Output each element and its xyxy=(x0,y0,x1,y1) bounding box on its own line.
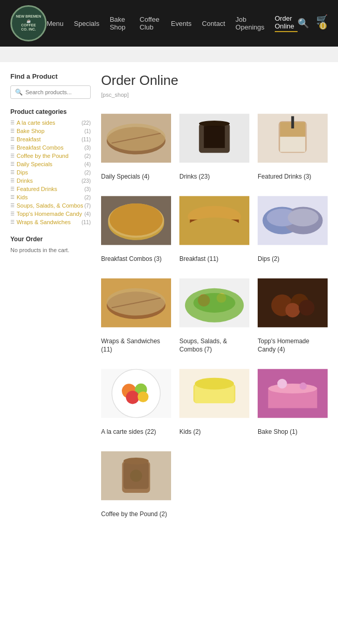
svg-point-54 xyxy=(300,383,307,390)
svg-point-2 xyxy=(107,124,165,151)
search-input[interactable] xyxy=(25,89,86,95)
category-link[interactable]: Breakfast Combos xyxy=(10,144,63,151)
category-link[interactable]: Wraps & Sandwiches xyxy=(10,219,71,225)
category-count: (3) xyxy=(84,186,91,192)
nav-events[interactable]: Events xyxy=(171,20,192,27)
product-item[interactable]: A la carte sides (22) xyxy=(101,362,171,436)
category-link[interactable]: A la carte sides xyxy=(10,120,55,126)
your-order-section: Your Order No products in the cart. xyxy=(10,236,91,253)
svg-point-16 xyxy=(109,203,163,236)
your-order-label: Your Order xyxy=(10,236,91,243)
svg-point-39 xyxy=(299,300,314,315)
cart-icon[interactable]: 🛒 0 xyxy=(316,14,328,33)
svg-point-28 xyxy=(107,288,165,315)
category-item: Kids(2) xyxy=(10,194,91,200)
product-label: Daily Specials (4) xyxy=(101,172,171,181)
category-item: Topp's Homemade Candy(4) xyxy=(10,211,91,217)
category-count: (23) xyxy=(81,178,91,184)
categories-section: Product categories A la carte sides(22)B… xyxy=(10,108,91,225)
category-link[interactable]: Kids xyxy=(10,194,27,200)
category-link[interactable]: Breakfast xyxy=(10,136,40,142)
svg-point-6 xyxy=(199,121,230,126)
nav-job-openings[interactable]: Job Openings xyxy=(235,16,264,31)
svg-point-38 xyxy=(286,303,300,317)
product-image xyxy=(258,107,328,169)
category-link[interactable]: Coffee by the Pound xyxy=(10,153,68,159)
nav-specials[interactable]: Specials xyxy=(74,20,100,27)
product-label: Kids (2) xyxy=(179,428,249,436)
product-item[interactable]: Bake Shop (1) xyxy=(258,362,328,436)
search-icon[interactable]: 🔍 xyxy=(298,18,309,29)
no-products-text: No products in the cart. xyxy=(10,247,91,253)
product-image xyxy=(258,189,328,252)
category-link[interactable]: Soups, Salads, & Combos xyxy=(10,202,83,209)
product-image xyxy=(179,362,249,425)
search-box[interactable]: 🔍 xyxy=(10,85,91,99)
logo-text: NEW BREMEN☕COFFEECO. INC. xyxy=(16,14,41,32)
product-label: Coffee by the Pound (2) xyxy=(101,510,171,519)
product-item[interactable]: Drinks (23) xyxy=(179,107,249,181)
category-item: A la carte sides(22) xyxy=(10,120,91,126)
product-item[interactable]: Dips (2) xyxy=(258,189,328,264)
product-image xyxy=(258,272,328,334)
category-item: Bake Shop(1) xyxy=(10,128,91,134)
category-link[interactable]: Dips xyxy=(10,169,28,175)
nav-coffee-club[interactable]: Coffee Club xyxy=(139,16,160,31)
nav-contact[interactable]: Contact xyxy=(202,20,226,27)
site-header: NEW BREMEN☕COFFEECO. INC. Menu Specials … xyxy=(0,0,338,47)
svg-point-58 xyxy=(123,458,149,464)
category-item: Featured Drinks(3) xyxy=(10,186,91,192)
search-icon: 🔍 xyxy=(15,89,23,96)
product-item[interactable]: Coffee by the Pound (2) xyxy=(101,445,171,519)
category-count: (2) xyxy=(84,153,91,159)
shortcode: [psc_shop] xyxy=(101,92,328,98)
category-link[interactable]: Featured Drinks xyxy=(10,186,57,192)
product-image xyxy=(179,189,249,252)
product-label: Bake Shop (1) xyxy=(258,428,328,436)
category-count: (11) xyxy=(81,137,91,142)
product-image xyxy=(101,189,171,252)
category-item: Dips(2) xyxy=(10,169,91,175)
product-item[interactable]: Wraps & Sandwiches (11) xyxy=(101,272,171,355)
product-label: A la carte sides (22) xyxy=(101,428,171,436)
svg-point-20 xyxy=(188,217,241,235)
site-logo[interactable]: NEW BREMEN☕COFFEECO. INC. xyxy=(10,5,47,41)
product-item[interactable]: Featured Drinks (3) xyxy=(258,107,328,181)
product-image xyxy=(101,107,171,169)
nav-order-online[interactable]: Order Online xyxy=(275,14,298,32)
svg-point-59 xyxy=(130,470,142,481)
product-item[interactable]: Breakfast (11) xyxy=(179,189,249,264)
nav-menu[interactable]: Menu xyxy=(47,20,64,27)
category-count: (2) xyxy=(84,170,91,175)
product-label: Wraps & Sandwiches (11) xyxy=(101,337,171,355)
category-item: Wraps & Sandwiches(11) xyxy=(10,219,91,225)
category-link[interactable]: Topp's Homemade Candy xyxy=(10,211,82,217)
category-count: (22) xyxy=(81,120,91,126)
main-layout: Find a Product 🔍 Product categories A la… xyxy=(0,62,338,529)
svg-rect-7 xyxy=(204,126,225,148)
product-item[interactable]: Daily Specials (4) xyxy=(101,107,171,181)
category-link[interactable]: Bake Shop xyxy=(10,128,45,134)
category-link[interactable]: Daily Specials xyxy=(10,161,52,167)
product-label: Dips (2) xyxy=(258,255,328,264)
category-item: Breakfast Combos(3) xyxy=(10,144,91,151)
product-label: Featured Drinks (3) xyxy=(258,172,328,181)
product-label: Soups, Salads, & Combos (7) xyxy=(179,337,249,355)
svg-point-34 xyxy=(193,293,235,313)
svg-point-53 xyxy=(277,379,287,389)
product-item[interactable]: Topp's Homemade Candy (4) xyxy=(258,272,328,355)
product-item[interactable]: Kids (2) xyxy=(179,362,249,436)
category-item: Coffee by the Pound(2) xyxy=(10,153,91,159)
nav-bake-shop[interactable]: Bake Shop xyxy=(110,16,130,31)
sidebar: Find a Product 🔍 Product categories A la… xyxy=(10,72,91,519)
category-count: (4) xyxy=(84,211,91,217)
category-link[interactable]: Drinks xyxy=(10,178,33,184)
category-count: (7) xyxy=(84,203,91,209)
main-content: Order Online [psc_shop] Daily Specials (… xyxy=(101,72,328,519)
product-label: Topp's Homemade Candy (4) xyxy=(258,337,328,355)
product-grid: Daily Specials (4) Drinks (23) Featured … xyxy=(101,107,328,519)
page-title: Order Online xyxy=(101,72,328,89)
product-item[interactable]: Breakfast Combos (3) xyxy=(101,189,171,264)
product-item[interactable]: Soups, Salads, & Combos (7) xyxy=(179,272,249,355)
svg-point-49 xyxy=(195,378,234,390)
